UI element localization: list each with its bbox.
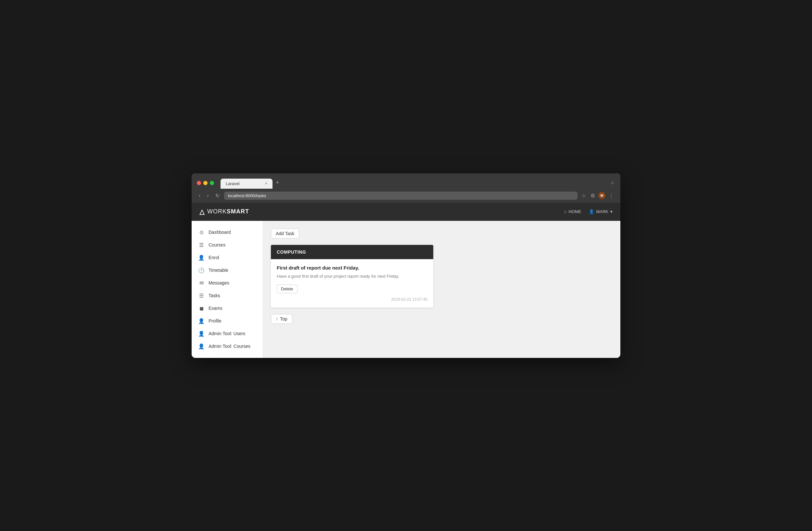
task-card-body: First draft of report due next Friday. H… — [271, 259, 433, 308]
sidebar-label-messages: Messages — [208, 280, 229, 285]
browser-window: Laravel × + ○ ‹ › ↻ ☆ ⚙ M ⋮ — [192, 174, 620, 358]
user-icon: 👤 — [589, 209, 594, 214]
user-avatar[interactable]: M — [598, 192, 606, 199]
browser-titlebar: Laravel × + ○ — [192, 174, 620, 189]
home-label: HOME — [568, 209, 581, 214]
sidebar-label-tasks: Tasks — [208, 293, 220, 298]
top-button-label: Top — [280, 316, 288, 322]
sidebar-label-exams: Exams — [208, 306, 222, 311]
address-bar[interactable] — [224, 192, 578, 200]
app-brand: △ WORKSMART — [200, 208, 249, 216]
top-button[interactable]: ↑ Top — [271, 314, 292, 324]
task-card: COMPUTING First draft of report due next… — [271, 245, 433, 308]
content-area: Add Task COMPUTING First draft of report… — [263, 221, 620, 358]
home-link[interactable]: ⌂ HOME — [564, 209, 581, 214]
timetable-icon: 🕐 — [198, 267, 205, 274]
messages-icon: ✉ — [198, 280, 205, 286]
tasks-icon: ☰ — [198, 293, 205, 299]
user-dropdown-icon: ▾ — [610, 209, 612, 214]
tab-close-button[interactable]: × — [265, 181, 267, 186]
back-button[interactable]: ‹ — [197, 191, 202, 200]
admin-courses-icon: 👤 — [198, 343, 205, 350]
brand-work: WORKSMART — [207, 208, 249, 215]
sidebar-item-enrol[interactable]: 👤 Enrol — [192, 251, 263, 264]
admin-users-icon: 👤 — [198, 330, 205, 337]
task-title: First draft of report due next Friday. — [277, 265, 427, 270]
user-label: MARK — [596, 209, 608, 214]
tab-title: Laravel — [226, 181, 240, 186]
sidebar-item-admin-users[interactable]: 👤 Admin Tool: Users — [192, 327, 263, 340]
forward-button[interactable]: › — [205, 191, 211, 200]
sidebar-label-courses: Courses — [208, 242, 226, 248]
traffic-lights — [197, 181, 214, 185]
sidebar-item-timetable[interactable]: 🕐 Timetable — [192, 264, 263, 277]
browser-tab-active[interactable]: Laravel × — [220, 179, 273, 189]
profile-icon: 👤 — [198, 318, 205, 324]
new-tab-button[interactable]: + — [273, 177, 282, 188]
traffic-light-yellow[interactable] — [203, 181, 207, 185]
sidebar-item-exams[interactable]: ◼ Exams — [192, 302, 263, 315]
browser-tabs: Laravel × + — [220, 177, 606, 189]
toolbar-right: ☆ ⚙ M ⋮ — [580, 191, 615, 200]
task-category: COMPUTING — [277, 249, 306, 255]
home-icon: ⌂ — [564, 209, 567, 214]
main-layout: ⊙ Dashboard ☰ Courses 👤 Enrol 🕐 Timetabl… — [192, 221, 620, 358]
sidebar-item-messages[interactable]: ✉ Messages — [192, 277, 263, 289]
sidebar-item-dashboard[interactable]: ⊙ Dashboard — [192, 226, 263, 239]
sidebar-item-courses[interactable]: ☰ Courses — [192, 239, 263, 251]
sidebar-label-enrol: Enrol — [208, 255, 219, 260]
traffic-light-green[interactable] — [210, 181, 214, 185]
enrol-icon: 👤 — [198, 255, 205, 261]
sidebar-item-tasks[interactable]: ☰ Tasks — [192, 289, 263, 302]
dashboard-icon: ⊙ — [198, 229, 205, 235]
browser-chrome: Laravel × + ○ ‹ › ↻ ☆ ⚙ M ⋮ — [192, 174, 620, 203]
app-topbar: △ WORKSMART ⌂ HOME 👤 MARK ▾ — [192, 203, 620, 221]
task-timestamp: 2019-02-22 13:07:45 — [277, 297, 427, 302]
courses-icon: ☰ — [198, 242, 205, 248]
menu-icon[interactable]: ⋮ — [607, 191, 615, 200]
window-control-icon[interactable]: ○ — [609, 179, 615, 187]
topbar-right: ⌂ HOME 👤 MARK ▾ — [564, 209, 612, 214]
browser-toolbar: ‹ › ↻ ☆ ⚙ M ⋮ — [192, 189, 620, 203]
sidebar: ⊙ Dashboard ☰ Courses 👤 Enrol 🕐 Timetabl… — [192, 221, 263, 358]
sidebar-label-profile: Profile — [208, 318, 221, 323]
bookmark-icon[interactable]: ☆ — [580, 191, 587, 200]
exams-icon: ◼ — [198, 305, 205, 311]
user-menu[interactable]: 👤 MARK ▾ — [589, 209, 612, 214]
sidebar-label-timetable: Timetable — [208, 268, 228, 273]
sidebar-label-dashboard: Dashboard — [208, 230, 231, 235]
traffic-light-red[interactable] — [197, 181, 201, 185]
extensions-icon[interactable]: ⚙ — [589, 191, 596, 200]
task-description: Have a good first draft of your project … — [277, 273, 427, 280]
top-arrow-icon: ↑ — [276, 316, 278, 322]
sidebar-item-admin-courses[interactable]: 👤 Admin Tool: Courses — [192, 340, 263, 353]
brand-icon: △ — [200, 208, 205, 216]
task-card-header: COMPUTING — [271, 245, 433, 259]
app-wrapper: △ WORKSMART ⌂ HOME 👤 MARK ▾ ⊙ — [192, 203, 620, 358]
delete-button[interactable]: Delete — [277, 284, 298, 293]
refresh-button[interactable]: ↻ — [213, 191, 221, 200]
sidebar-label-admin-users: Admin Tool: Users — [208, 331, 245, 336]
add-task-button[interactable]: Add Task — [271, 228, 299, 238]
sidebar-label-admin-courses: Admin Tool: Courses — [208, 344, 250, 349]
sidebar-item-profile[interactable]: 👤 Profile — [192, 315, 263, 327]
